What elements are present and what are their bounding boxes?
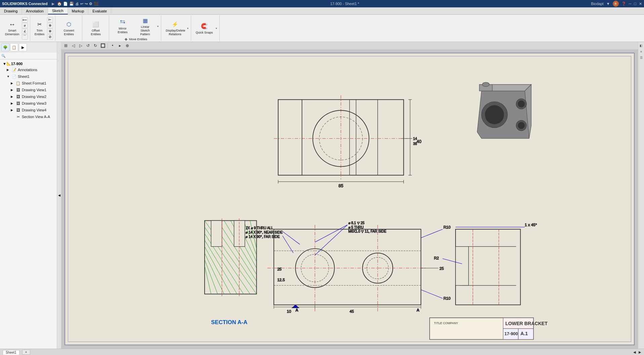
- dimension-options-3[interactable]: ∠: [22, 29, 28, 34]
- drawing-paper[interactable]: 85 40 14 38: [65, 53, 635, 345]
- rebuild-icon[interactable]: ⬛: [94, 2, 98, 6]
- sheet-format1-expander[interactable]: ▶: [11, 82, 15, 85]
- dimension-options-2[interactable]: ⌀: [22, 23, 28, 28]
- linear-sketch-pattern-icon: ▦: [141, 16, 149, 24]
- dv4-expander[interactable]: ▶: [11, 108, 15, 112]
- quick-snaps-label: Quick Snaps: [196, 31, 213, 35]
- trim-entities-label: TrimEntities: [35, 29, 45, 36]
- tree-sheet1[interactable]: ▼ 📄 Sheet1: [1, 73, 55, 80]
- panel-tab-featuremanager[interactable]: 🌳: [1, 43, 9, 51]
- user-dropdown-icon[interactable]: ▼: [606, 2, 610, 6]
- view-render-btn[interactable]: •: [109, 42, 116, 49]
- options-icon[interactable]: ⚙: [89, 2, 92, 6]
- view-3d-btn[interactable]: 🔲: [99, 42, 106, 49]
- dv1-expander[interactable]: ▶: [11, 88, 15, 92]
- tree-sheet-format1[interactable]: ▶ 📋 Sheet Format1: [1, 80, 55, 87]
- sheet1-tab[interactable]: Sheet1: [3, 350, 19, 355]
- panel-tab-expand[interactable]: ▶: [19, 43, 27, 51]
- new-file-icon[interactable]: 📄: [63, 2, 68, 6]
- undo-icon[interactable]: ↩: [80, 2, 83, 6]
- minimize-icon[interactable]: ─: [629, 2, 632, 6]
- right-panel-btn3[interactable]: ☰: [639, 55, 644, 60]
- move-entities-btn[interactable]: ✥ Move Entities: [122, 37, 148, 42]
- nav-forward-btn[interactable]: ▶: [52, 2, 54, 6]
- tab-annotation[interactable]: Annotation: [22, 7, 48, 14]
- mirror-entities-btn[interactable]: ⮀ Mirror Entities: [112, 17, 134, 35]
- tree-root[interactable]: ▼ 📐 17-900: [1, 61, 55, 66]
- dv1-icon: 🖼: [15, 87, 21, 93]
- svg-marker-72: [292, 305, 299, 308]
- trim-opt3[interactable]: ⊗: [47, 29, 53, 34]
- view-orientation-btn[interactable]: ⊞: [62, 42, 69, 49]
- redo-icon[interactable]: ↪: [85, 2, 88, 6]
- sheet1-expander[interactable]: ▼: [7, 75, 11, 78]
- panel-collapse-handle[interactable]: ◀: [57, 42, 61, 349]
- view-rotate2-btn[interactable]: ↻: [92, 42, 99, 49]
- front-view: [205, 218, 257, 296]
- root-expander[interactable]: ▼: [3, 62, 6, 66]
- view-rotate-btn[interactable]: ↺: [85, 42, 91, 49]
- svg-rect-5: [278, 100, 302, 175]
- close-icon[interactable]: ✕: [639, 2, 642, 6]
- mirror-group-dropdown[interactable]: ▼: [157, 25, 159, 28]
- quick-snaps-dropdown[interactable]: ▼: [215, 27, 217, 30]
- sheet-format1-icon: 📋: [15, 81, 21, 86]
- view-display-btn[interactable]: ▸: [117, 42, 123, 49]
- main-area: 🌳 📋 ▶ 🔍 ▼ 📐 17-900 ▶ 📝 Annotations ▼ 📄 S…: [0, 42, 644, 349]
- dv2-expander[interactable]: ▶: [11, 95, 15, 98]
- tree-section-view-aa[interactable]: ✂ Section View A-A: [1, 113, 55, 120]
- trim-entities-icon: ✂: [36, 20, 44, 28]
- tree-drawing-view4[interactable]: ▶ 🖼 Drawing View4: [1, 107, 55, 113]
- dv3-label: Drawing View3: [22, 101, 46, 105]
- scrollbar-right[interactable]: ▶: [639, 350, 641, 354]
- dimension-options-1[interactable]: ⟵: [22, 17, 28, 22]
- sheet-format1-label: Sheet Format1: [22, 81, 46, 85]
- trim-opt4[interactable]: ⊘: [47, 34, 53, 40]
- user-name: Biodapt: [591, 2, 603, 6]
- trim-opt1[interactable]: ⊢: [47, 17, 53, 22]
- quick-snaps-btn[interactable]: 🧲 Quick Snaps: [194, 21, 214, 36]
- tree-annotations[interactable]: ▶ 📝 Annotations: [1, 66, 55, 73]
- view-next-btn[interactable]: ▷: [77, 42, 84, 49]
- svg-point-31: [482, 82, 489, 87]
- display-delete-dropdown[interactable]: ▼: [186, 27, 189, 30]
- right-panel-btn2[interactable]: ≡: [639, 49, 644, 54]
- scrollbar-left[interactable]: ◀: [633, 350, 636, 354]
- offset-entities-icon: ⬜: [92, 20, 100, 28]
- add-sheet-btn[interactable]: +: [22, 350, 30, 355]
- convert-entities-btn[interactable]: ⬡ Convert Entities: [58, 19, 80, 37]
- home-icon[interactable]: 🏠: [57, 2, 62, 6]
- tab-evaluate[interactable]: Evaluate: [88, 7, 111, 14]
- annotations-expander[interactable]: ▶: [7, 68, 11, 71]
- panel-tab-propertymanager[interactable]: 📋: [10, 43, 18, 51]
- view-previous-btn[interactable]: ◁: [70, 42, 77, 49]
- tab-markup[interactable]: Markup: [68, 7, 89, 14]
- offset-entities-btn[interactable]: ⬜ Offset Entities: [85, 19, 107, 37]
- view-options-btn[interactable]: ⊕: [124, 42, 131, 49]
- svg-text:⌀ 14 X 90°, NEAR SIDE: ⌀ 14 X 90°, NEAR SIDE: [246, 231, 283, 234]
- trim-entities-btn[interactable]: ✂ TrimEntities: [33, 19, 46, 37]
- linear-sketch-pattern-btn[interactable]: ▦ Linear SketchPattern: [134, 15, 156, 37]
- save-icon[interactable]: 💾: [69, 2, 74, 6]
- dv3-expander[interactable]: ▶: [11, 102, 15, 105]
- print-icon[interactable]: 🖨: [75, 2, 79, 6]
- convert-entities-icon: ⬡: [65, 20, 73, 28]
- drawing-paper-inner[interactable]: 85 40 14 38: [68, 56, 631, 342]
- tree-drawing-view3[interactable]: ▶ 🖼 Drawing View3: [1, 100, 55, 107]
- tree-drawing-view2[interactable]: ▶ 🖼 Drawing View2: [1, 93, 55, 100]
- tree-drawing-view1[interactable]: ▶ 🖼 Drawing View1: [1, 87, 55, 93]
- tab-sketch[interactable]: Sketch: [48, 7, 68, 14]
- right-panel-btn1[interactable]: ◧: [639, 43, 644, 48]
- display-delete-relations-btn[interactable]: ⚡ Display/Delete Relations: [164, 19, 186, 37]
- tab-drawing[interactable]: Drawing: [0, 7, 22, 14]
- smart-dimension-btn[interactable]: ↔ SmartDimension: [3, 19, 21, 37]
- quick-snaps-icon: 🧲: [200, 22, 208, 30]
- svg-text:R10: R10: [443, 225, 450, 229]
- maximize-icon[interactable]: □: [634, 2, 636, 6]
- dimension-options-4[interactable]: ⌒: [22, 34, 28, 40]
- help-icon[interactable]: ❓: [621, 2, 626, 6]
- drawing-canvas[interactable]: 85 40 14 38: [61, 49, 638, 349]
- trim-opt2[interactable]: ⊕: [47, 23, 53, 28]
- user-avatar[interactable]: B: [613, 1, 619, 7]
- filter-icon[interactable]: 🔍: [1, 54, 5, 58]
